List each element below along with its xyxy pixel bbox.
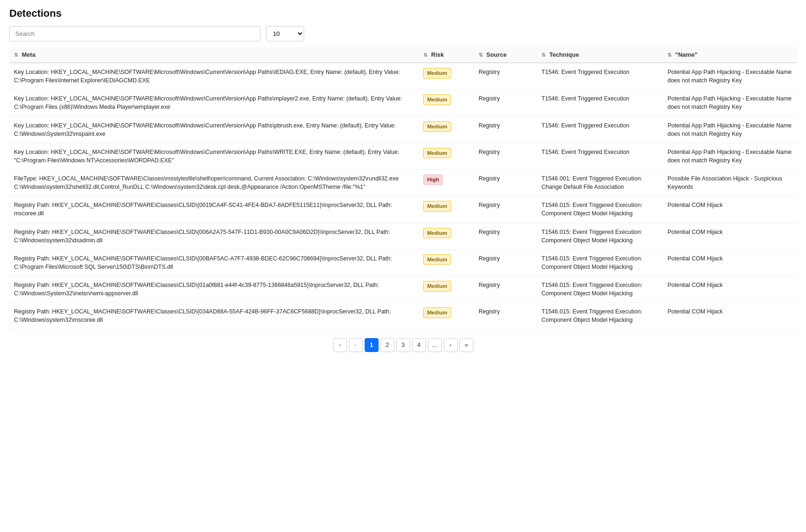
cell-technique: T1546.015: Event Triggered Execution: Co… (537, 276, 663, 303)
cell-source: Registry (474, 223, 537, 249)
pagination-page-1[interactable]: 1 (365, 338, 379, 352)
col-header-name[interactable]: ⇅ "Name" (663, 47, 797, 63)
sort-icon-name: ⇅ (667, 52, 672, 58)
cell-meta: Key Location: HKEY_LOCAL_MACHINE\SOFTWAR… (9, 90, 419, 116)
cell-technique: T1546: Event Triggered Execution (537, 90, 663, 116)
cell-name: Potential COM Hijack (663, 249, 797, 276)
cell-source: Registry (474, 249, 537, 276)
per-page-select[interactable]: 10 25 50 100 (266, 26, 304, 41)
cell-technique: T1546.015: Event Triggered Execution: Co… (537, 303, 663, 329)
col-header-source[interactable]: ⇅ Source (474, 47, 537, 63)
table-row: Key Location: HKEY_LOCAL_MACHINE\SOFTWAR… (9, 143, 797, 169)
cell-name: Potential App Path Hijacking - Executabl… (663, 143, 797, 169)
risk-badge: Medium (423, 68, 451, 79)
pagination: « ‹ 1 2 3 4 ... › » (9, 330, 797, 356)
risk-badge: High (423, 174, 443, 185)
risk-badge: Medium (423, 254, 451, 265)
table-row: Key Location: HKEY_LOCAL_MACHINE\SOFTWAR… (9, 116, 797, 143)
col-header-risk[interactable]: ⇅ Risk (419, 47, 474, 63)
sort-icon-risk: ⇅ (423, 52, 427, 58)
cell-name: Potential App Path Hijacking - Executabl… (663, 90, 797, 116)
cell-technique: T1546.015: Event Triggered Execution: Co… (537, 196, 663, 223)
risk-badge: Medium (423, 281, 451, 292)
pagination-last[interactable]: » (460, 338, 473, 352)
table-body: Key Location: HKEY_LOCAL_MACHINE\SOFTWAR… (9, 63, 797, 329)
cell-technique: T1546: Event Triggered Execution (537, 63, 663, 90)
risk-badge: Medium (423, 201, 451, 212)
cell-risk: Medium (419, 223, 474, 249)
cell-meta: Registry Path: HKEY_LOCAL_MACHINE\SOFTWA… (9, 196, 419, 223)
cell-meta: Key Location: HKEY_LOCAL_MACHINE\SOFTWAR… (9, 143, 419, 169)
cell-source: Registry (474, 116, 537, 143)
search-input[interactable] (9, 26, 260, 41)
cell-name: Potential App Path Hijacking - Executabl… (663, 116, 797, 143)
risk-badge: Medium (423, 94, 451, 105)
risk-badge: Medium (423, 307, 451, 318)
cell-technique: T1546.015: Event Triggered Execution: Co… (537, 249, 663, 276)
pagination-page-3[interactable]: 3 (396, 338, 410, 352)
cell-source: Registry (474, 143, 537, 169)
cell-meta: Key Location: HKEY_LOCAL_MACHINE\SOFTWAR… (9, 63, 419, 90)
cell-meta: Registry Path: HKEY_LOCAL_MACHINE\SOFTWA… (9, 249, 419, 276)
cell-name: Potential App Path Hijacking - Executabl… (663, 63, 797, 90)
sort-icon-technique: ⇅ (541, 52, 546, 58)
cell-risk: Medium (419, 143, 474, 169)
cell-name: Possible File Association Hijack - Suspi… (663, 170, 797, 196)
cell-risk: Medium (419, 63, 474, 90)
table-row: Registry Path: HKEY_LOCAL_MACHINE\SOFTWA… (9, 223, 797, 249)
pagination-ellipsis: ... (428, 338, 442, 352)
col-header-meta[interactable]: ⇅ Meta (9, 47, 419, 63)
pagination-next[interactable]: › (444, 338, 458, 352)
cell-name: Potential COM Hijack (663, 196, 797, 223)
page-container: Detections 10 25 50 100 ⇅ Meta ⇅ Risk ⇅ (0, 0, 806, 363)
cell-name: Potential COM Hijack (663, 303, 797, 329)
col-header-technique[interactable]: ⇅ Technique (537, 47, 663, 63)
cell-source: Registry (474, 196, 537, 223)
table-row: Registry Path: HKEY_LOCAL_MACHINE\SOFTWA… (9, 196, 797, 223)
table-row: Key Location: HKEY_LOCAL_MACHINE\SOFTWAR… (9, 63, 797, 90)
risk-badge: Medium (423, 228, 451, 239)
pagination-first[interactable]: « (333, 338, 347, 352)
cell-risk: Medium (419, 276, 474, 303)
sort-icon-meta: ⇅ (14, 52, 18, 58)
cell-source: Registry (474, 170, 537, 196)
table-row: Registry Path: HKEY_LOCAL_MACHINE\SOFTWA… (9, 303, 797, 329)
cell-source: Registry (474, 276, 537, 303)
cell-risk: Medium (419, 249, 474, 276)
sort-icon-source: ⇅ (479, 52, 483, 58)
cell-risk: Medium (419, 196, 474, 223)
cell-risk: High (419, 170, 474, 196)
pagination-page-2[interactable]: 2 (380, 338, 394, 352)
cell-technique: T1546.015: Event Triggered Execution: Co… (537, 223, 663, 249)
cell-risk: Medium (419, 90, 474, 116)
pagination-prev[interactable]: ‹ (349, 338, 363, 352)
cell-meta: Registry Path: HKEY_LOCAL_MACHINE\SOFTWA… (9, 223, 419, 249)
pagination-page-4[interactable]: 4 (412, 338, 426, 352)
cell-technique: T1546: Event Triggered Execution (537, 143, 663, 169)
cell-technique: T1546.001: Event Triggered Execution: Ch… (537, 170, 663, 196)
cell-source: Registry (474, 63, 537, 90)
cell-name: Potential COM Hijack (663, 223, 797, 249)
cell-meta: FileType: HKEY_LOCAL_MACHINE\SOFTWARE\Cl… (9, 170, 419, 196)
cell-source: Registry (474, 303, 537, 329)
page-title: Detections (9, 7, 797, 20)
cell-risk: Medium (419, 116, 474, 143)
cell-risk: Medium (419, 303, 474, 329)
toolbar: 10 25 50 100 (9, 26, 797, 41)
table-header-row: ⇅ Meta ⇅ Risk ⇅ Source ⇅ Technique ⇅ " (9, 47, 797, 63)
cell-meta: Registry Path: HKEY_LOCAL_MACHINE\SOFTWA… (9, 303, 419, 329)
cell-meta: Registry Path: HKEY_LOCAL_MACHINE\SOFTWA… (9, 276, 419, 303)
table-row: Registry Path: HKEY_LOCAL_MACHINE\SOFTWA… (9, 276, 797, 303)
cell-technique: T1546: Event Triggered Execution (537, 116, 663, 143)
table-row: Key Location: HKEY_LOCAL_MACHINE\SOFTWAR… (9, 90, 797, 116)
cell-source: Registry (474, 90, 537, 116)
cell-name: Potential COM Hijack (663, 276, 797, 303)
risk-badge: Medium (423, 121, 451, 132)
detections-table: ⇅ Meta ⇅ Risk ⇅ Source ⇅ Technique ⇅ " (9, 47, 797, 330)
risk-badge: Medium (423, 148, 451, 159)
table-row: FileType: HKEY_LOCAL_MACHINE\SOFTWARE\Cl… (9, 170, 797, 196)
table-row: Registry Path: HKEY_LOCAL_MACHINE\SOFTWA… (9, 249, 797, 276)
cell-meta: Key Location: HKEY_LOCAL_MACHINE\SOFTWAR… (9, 116, 419, 143)
